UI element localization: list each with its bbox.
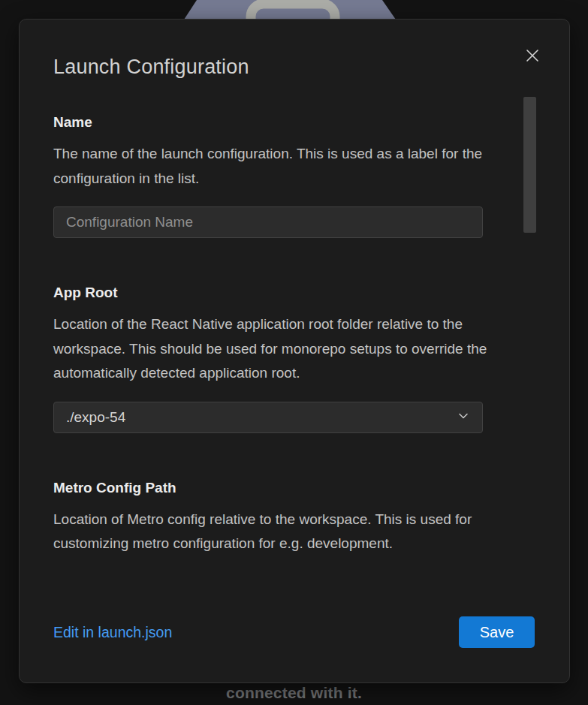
close-button[interactable] [523,47,542,66]
section-metro-config-path: Metro Config Path Location of Metro conf… [53,480,508,556]
chevron-down-icon [457,409,470,426]
name-heading: Name [53,114,508,131]
dialog-title: Launch Configuration [53,56,515,79]
launch-configuration-dialog: Launch Configuration Name The name of th… [19,19,570,683]
app-root-selected-value: ./expo-54 [66,409,125,426]
edit-in-launch-json-link[interactable]: Edit in launch.json [53,624,172,641]
app-root-heading: App Root [53,285,508,301]
dialog-content: Launch Configuration Name The name of th… [20,20,515,556]
dialog-footer: Edit in launch.json Save [53,616,535,648]
close-icon [525,48,540,65]
section-app-root: App Root Location of the React Native ap… [53,285,508,433]
metro-config-path-heading: Metro Config Path [53,480,508,496]
app-root-select[interactable]: ./expo-54 [53,402,483,433]
configuration-name-input[interactable] [53,206,483,238]
name-description: The name of the launch configuration. Th… [53,142,508,191]
metro-config-path-description: Location of Metro config relative to the… [53,508,508,556]
scrollbar-thumb[interactable] [523,97,536,233]
background-text: connected with it. [0,684,588,702]
app-root-description: Location of the React Native application… [53,312,508,386]
background-device-illustration [184,0,402,20]
save-button[interactable]: Save [459,616,535,648]
section-name: Name The name of the launch configuratio… [53,114,508,238]
